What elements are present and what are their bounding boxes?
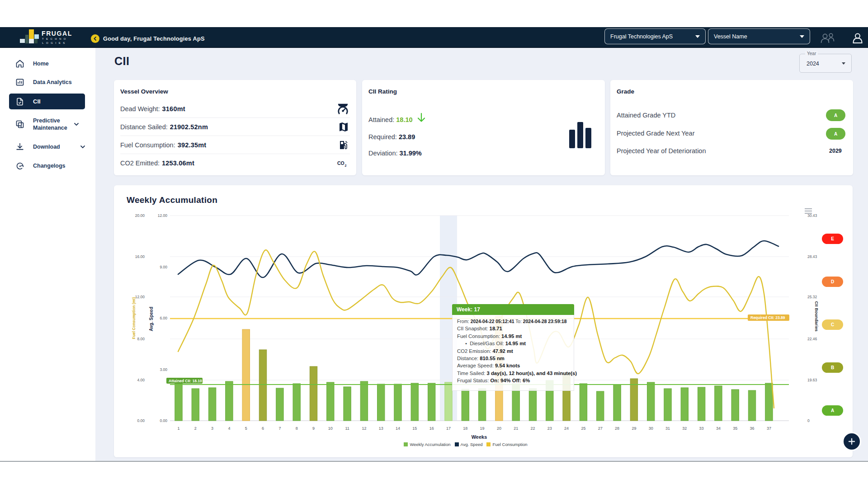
svg-text:8: 8: [296, 426, 298, 431]
svg-text:12.00: 12.00: [158, 213, 168, 218]
svg-text:23: 23: [547, 426, 552, 431]
svg-text:4.00: 4.00: [137, 378, 145, 382]
svg-text:9: 9: [312, 426, 315, 431]
svg-text:30.43: 30.43: [807, 213, 817, 218]
svg-text:22: 22: [530, 426, 535, 431]
svg-text:36: 36: [750, 426, 754, 431]
svg-text:28.43: 28.43: [807, 254, 817, 259]
svg-text:1: 1: [177, 426, 179, 431]
svg-text:Avg. Speed: Avg. Speed: [149, 307, 154, 331]
svg-text:Weeks: Weeks: [472, 434, 487, 440]
svg-text:CII Boundaries: CII Boundaries: [814, 301, 819, 331]
svg-text:6: 6: [262, 426, 264, 431]
svg-text:25.32: 25.32: [807, 295, 817, 299]
svg-text:3.00: 3.00: [160, 367, 167, 372]
svg-text:21: 21: [514, 426, 518, 431]
svg-text:14: 14: [396, 426, 400, 431]
svg-text:2: 2: [345, 164, 347, 167]
svg-text:0.00: 0.00: [137, 418, 145, 423]
svg-text:16: 16: [429, 426, 434, 431]
svg-text:12: 12: [362, 426, 366, 431]
svg-text:18: 18: [463, 426, 467, 431]
svg-text:6.00: 6.00: [160, 316, 167, 320]
svg-text:10: 10: [328, 426, 333, 431]
svg-text:20.00: 20.00: [135, 213, 145, 218]
svg-text:17: 17: [446, 426, 451, 431]
svg-text:27: 27: [598, 426, 603, 431]
svg-text:28: 28: [615, 426, 619, 431]
svg-text:16.00: 16.00: [135, 254, 145, 259]
svg-text:2: 2: [194, 426, 197, 431]
svg-text:20: 20: [497, 426, 501, 431]
svg-text:7: 7: [278, 426, 281, 431]
svg-text:8.00: 8.00: [137, 337, 145, 341]
svg-text:12.00: 12.00: [135, 295, 145, 299]
svg-text:19: 19: [480, 426, 485, 431]
svg-text:29: 29: [632, 426, 636, 431]
svg-text:CO: CO: [337, 160, 344, 166]
svg-text:Required CII: 23.89: Required CII: 23.89: [750, 315, 785, 320]
svg-text:4: 4: [228, 426, 230, 431]
svg-text:5: 5: [245, 426, 247, 431]
svg-text:3: 3: [211, 426, 213, 431]
svg-text:Attained CII: 18.10: Attained CII: 18.10: [169, 379, 202, 383]
svg-text:25: 25: [581, 426, 585, 431]
svg-text:34: 34: [716, 426, 721, 431]
svg-text:31: 31: [665, 426, 670, 431]
svg-text:0: 0: [807, 418, 810, 423]
svg-text:9.00: 9.00: [160, 265, 167, 269]
svg-text:Fuel Consumption (mt): Fuel Consumption (mt): [132, 297, 136, 339]
svg-text:15: 15: [412, 426, 417, 431]
svg-text:32: 32: [682, 426, 687, 431]
svg-text:33: 33: [699, 426, 704, 431]
svg-text:19.63: 19.63: [807, 378, 817, 382]
svg-text:30: 30: [649, 426, 653, 431]
svg-text:35: 35: [733, 426, 737, 431]
svg-text:37: 37: [767, 426, 771, 431]
svg-text:13: 13: [379, 426, 383, 431]
svg-text:11: 11: [345, 426, 349, 431]
svg-text:22.46: 22.46: [807, 337, 817, 341]
svg-text:24: 24: [564, 426, 569, 431]
svg-text:0.00: 0.00: [160, 418, 167, 423]
